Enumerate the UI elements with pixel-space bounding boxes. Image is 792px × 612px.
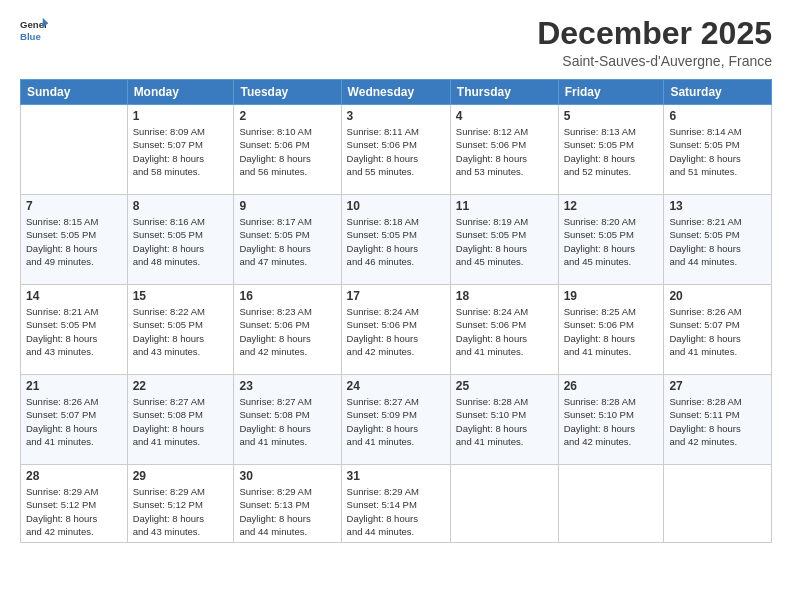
day-number: 9 — [239, 199, 335, 213]
calendar-cell: 30Sunrise: 8:29 AMSunset: 5:13 PMDayligh… — [234, 465, 341, 543]
weekday-header-row: SundayMondayTuesdayWednesdayThursdayFrid… — [21, 80, 772, 105]
day-number: 2 — [239, 109, 335, 123]
calendar-cell — [21, 105, 128, 195]
day-info: Sunrise: 8:29 AMSunset: 5:12 PMDaylight:… — [26, 485, 122, 538]
day-info: Sunrise: 8:23 AMSunset: 5:06 PMDaylight:… — [239, 305, 335, 358]
calendar-week-row: 1Sunrise: 8:09 AMSunset: 5:07 PMDaylight… — [21, 105, 772, 195]
day-info: Sunrise: 8:29 AMSunset: 5:13 PMDaylight:… — [239, 485, 335, 538]
day-info: Sunrise: 8:09 AMSunset: 5:07 PMDaylight:… — [133, 125, 229, 178]
calendar-cell — [450, 465, 558, 543]
day-number: 1 — [133, 109, 229, 123]
calendar-cell — [664, 465, 772, 543]
weekday-header-thursday: Thursday — [450, 80, 558, 105]
calendar-cell: 17Sunrise: 8:24 AMSunset: 5:06 PMDayligh… — [341, 285, 450, 375]
day-info: Sunrise: 8:19 AMSunset: 5:05 PMDaylight:… — [456, 215, 553, 268]
day-number: 20 — [669, 289, 766, 303]
month-title: December 2025 — [537, 16, 772, 51]
title-block: December 2025 Saint-Sauves-d'Auvergne, F… — [537, 16, 772, 69]
day-number: 11 — [456, 199, 553, 213]
day-number: 25 — [456, 379, 553, 393]
calendar-cell: 1Sunrise: 8:09 AMSunset: 5:07 PMDaylight… — [127, 105, 234, 195]
day-number: 12 — [564, 199, 659, 213]
day-info: Sunrise: 8:14 AMSunset: 5:05 PMDaylight:… — [669, 125, 766, 178]
day-number: 4 — [456, 109, 553, 123]
day-info: Sunrise: 8:28 AMSunset: 5:10 PMDaylight:… — [456, 395, 553, 448]
day-number: 30 — [239, 469, 335, 483]
day-info: Sunrise: 8:15 AMSunset: 5:05 PMDaylight:… — [26, 215, 122, 268]
calendar-table: SundayMondayTuesdayWednesdayThursdayFrid… — [20, 79, 772, 543]
day-number: 29 — [133, 469, 229, 483]
day-info: Sunrise: 8:18 AMSunset: 5:05 PMDaylight:… — [347, 215, 445, 268]
header: General Blue December 2025 Saint-Sauves-… — [20, 16, 772, 69]
day-number: 16 — [239, 289, 335, 303]
day-number: 7 — [26, 199, 122, 213]
day-info: Sunrise: 8:10 AMSunset: 5:06 PMDaylight:… — [239, 125, 335, 178]
weekday-header-tuesday: Tuesday — [234, 80, 341, 105]
calendar-week-row: 14Sunrise: 8:21 AMSunset: 5:05 PMDayligh… — [21, 285, 772, 375]
day-info: Sunrise: 8:28 AMSunset: 5:10 PMDaylight:… — [564, 395, 659, 448]
day-number: 26 — [564, 379, 659, 393]
calendar-cell: 21Sunrise: 8:26 AMSunset: 5:07 PMDayligh… — [21, 375, 128, 465]
day-number: 15 — [133, 289, 229, 303]
calendar-cell: 22Sunrise: 8:27 AMSunset: 5:08 PMDayligh… — [127, 375, 234, 465]
day-info: Sunrise: 8:20 AMSunset: 5:05 PMDaylight:… — [564, 215, 659, 268]
day-info: Sunrise: 8:28 AMSunset: 5:11 PMDaylight:… — [669, 395, 766, 448]
day-info: Sunrise: 8:13 AMSunset: 5:05 PMDaylight:… — [564, 125, 659, 178]
weekday-header-wednesday: Wednesday — [341, 80, 450, 105]
calendar-week-row: 21Sunrise: 8:26 AMSunset: 5:07 PMDayligh… — [21, 375, 772, 465]
day-info: Sunrise: 8:27 AMSunset: 5:08 PMDaylight:… — [133, 395, 229, 448]
day-info: Sunrise: 8:17 AMSunset: 5:05 PMDaylight:… — [239, 215, 335, 268]
day-info: Sunrise: 8:24 AMSunset: 5:06 PMDaylight:… — [347, 305, 445, 358]
day-number: 28 — [26, 469, 122, 483]
calendar-cell: 10Sunrise: 8:18 AMSunset: 5:05 PMDayligh… — [341, 195, 450, 285]
calendar-cell: 9Sunrise: 8:17 AMSunset: 5:05 PMDaylight… — [234, 195, 341, 285]
calendar-week-row: 28Sunrise: 8:29 AMSunset: 5:12 PMDayligh… — [21, 465, 772, 543]
day-info: Sunrise: 8:26 AMSunset: 5:07 PMDaylight:… — [669, 305, 766, 358]
calendar-cell: 8Sunrise: 8:16 AMSunset: 5:05 PMDaylight… — [127, 195, 234, 285]
calendar-cell: 27Sunrise: 8:28 AMSunset: 5:11 PMDayligh… — [664, 375, 772, 465]
calendar-cell: 25Sunrise: 8:28 AMSunset: 5:10 PMDayligh… — [450, 375, 558, 465]
day-info: Sunrise: 8:11 AMSunset: 5:06 PMDaylight:… — [347, 125, 445, 178]
calendar-cell: 23Sunrise: 8:27 AMSunset: 5:08 PMDayligh… — [234, 375, 341, 465]
page: General Blue December 2025 Saint-Sauves-… — [0, 0, 792, 612]
calendar-cell: 20Sunrise: 8:26 AMSunset: 5:07 PMDayligh… — [664, 285, 772, 375]
day-info: Sunrise: 8:21 AMSunset: 5:05 PMDaylight:… — [26, 305, 122, 358]
calendar-cell: 13Sunrise: 8:21 AMSunset: 5:05 PMDayligh… — [664, 195, 772, 285]
calendar-cell: 5Sunrise: 8:13 AMSunset: 5:05 PMDaylight… — [558, 105, 664, 195]
day-info: Sunrise: 8:27 AMSunset: 5:09 PMDaylight:… — [347, 395, 445, 448]
day-info: Sunrise: 8:22 AMSunset: 5:05 PMDaylight:… — [133, 305, 229, 358]
calendar-cell: 18Sunrise: 8:24 AMSunset: 5:06 PMDayligh… — [450, 285, 558, 375]
calendar-cell: 16Sunrise: 8:23 AMSunset: 5:06 PMDayligh… — [234, 285, 341, 375]
day-number: 21 — [26, 379, 122, 393]
svg-text:Blue: Blue — [20, 31, 41, 42]
calendar-cell: 12Sunrise: 8:20 AMSunset: 5:05 PMDayligh… — [558, 195, 664, 285]
weekday-header-friday: Friday — [558, 80, 664, 105]
day-info: Sunrise: 8:16 AMSunset: 5:05 PMDaylight:… — [133, 215, 229, 268]
weekday-header-monday: Monday — [127, 80, 234, 105]
calendar-cell: 7Sunrise: 8:15 AMSunset: 5:05 PMDaylight… — [21, 195, 128, 285]
logo-icon: General Blue — [20, 16, 48, 44]
calendar-cell: 19Sunrise: 8:25 AMSunset: 5:06 PMDayligh… — [558, 285, 664, 375]
calendar-cell: 2Sunrise: 8:10 AMSunset: 5:06 PMDaylight… — [234, 105, 341, 195]
calendar-cell: 28Sunrise: 8:29 AMSunset: 5:12 PMDayligh… — [21, 465, 128, 543]
calendar-cell: 6Sunrise: 8:14 AMSunset: 5:05 PMDaylight… — [664, 105, 772, 195]
day-number: 14 — [26, 289, 122, 303]
day-info: Sunrise: 8:27 AMSunset: 5:08 PMDaylight:… — [239, 395, 335, 448]
day-number: 10 — [347, 199, 445, 213]
day-number: 3 — [347, 109, 445, 123]
day-info: Sunrise: 8:29 AMSunset: 5:12 PMDaylight:… — [133, 485, 229, 538]
day-info: Sunrise: 8:26 AMSunset: 5:07 PMDaylight:… — [26, 395, 122, 448]
day-info: Sunrise: 8:21 AMSunset: 5:05 PMDaylight:… — [669, 215, 766, 268]
calendar-cell: 24Sunrise: 8:27 AMSunset: 5:09 PMDayligh… — [341, 375, 450, 465]
location-subtitle: Saint-Sauves-d'Auvergne, France — [537, 53, 772, 69]
logo: General Blue — [20, 16, 48, 44]
calendar-cell: 14Sunrise: 8:21 AMSunset: 5:05 PMDayligh… — [21, 285, 128, 375]
day-number: 24 — [347, 379, 445, 393]
day-number: 8 — [133, 199, 229, 213]
day-number: 6 — [669, 109, 766, 123]
calendar-cell: 26Sunrise: 8:28 AMSunset: 5:10 PMDayligh… — [558, 375, 664, 465]
day-number: 27 — [669, 379, 766, 393]
calendar-cell: 4Sunrise: 8:12 AMSunset: 5:06 PMDaylight… — [450, 105, 558, 195]
day-number: 17 — [347, 289, 445, 303]
calendar-cell — [558, 465, 664, 543]
